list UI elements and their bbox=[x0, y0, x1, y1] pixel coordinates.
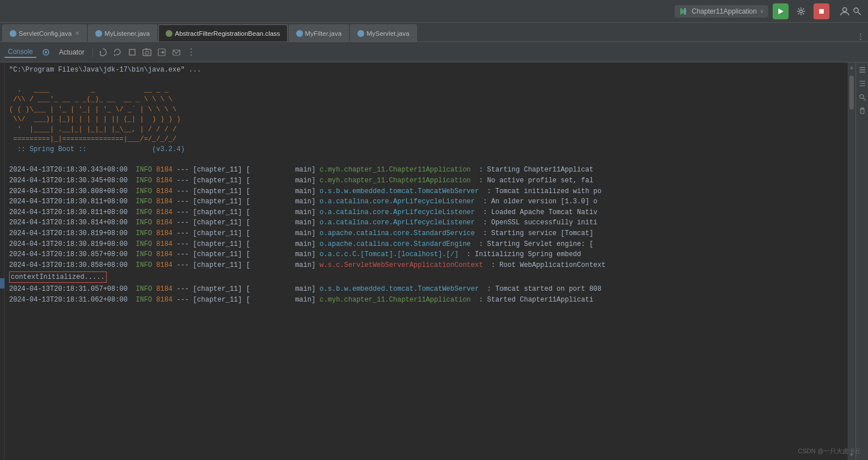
tab-myfilter-label: MyFilter.java bbox=[305, 30, 342, 37]
log-row: 2024-04-13T20:18:31.057+08:00 INFO 8184 … bbox=[9, 284, 843, 295]
log-row: 2024-04-13T20:18:30.808+08:00 INFO 8184 … bbox=[9, 186, 843, 197]
restart-icon[interactable] bbox=[98, 47, 108, 57]
gear-icon bbox=[797, 7, 806, 16]
log-entries-after: 2024-04-13T20:18:31.057+08:00 INFO 8184 … bbox=[9, 284, 843, 305]
tab-myfilter[interactable]: MyFilter.java bbox=[289, 24, 349, 41]
svg-marker-1 bbox=[778, 9, 783, 14]
svg-rect-36 bbox=[861, 109, 864, 114]
delete-icon bbox=[858, 107, 866, 115]
toolbar: Console Actuator bbox=[0, 42, 868, 62]
tab-abstractfilter-label: AbstractFilterRegistrationBean.class bbox=[175, 30, 280, 37]
restart-svg-icon bbox=[98, 48, 107, 57]
tab-servletconfig-close[interactable]: ✕ bbox=[75, 30, 79, 36]
reload-svg-icon bbox=[113, 48, 122, 57]
svg-point-16 bbox=[45, 51, 47, 53]
svg-line-10 bbox=[798, 13, 799, 14]
tab-mylistener[interactable]: MyListener.java bbox=[88, 24, 157, 41]
left-gutter bbox=[0, 62, 5, 460]
indent-icon bbox=[858, 80, 866, 87]
play-icon bbox=[777, 7, 785, 15]
mail-icon[interactable] bbox=[171, 47, 182, 57]
tab-abstractfilter[interactable]: AbstractFilterRegistrationBean.class bbox=[158, 24, 287, 41]
active-line-marker bbox=[0, 278, 5, 288]
console-content: "C:\Program Files\Java\jdk-17\bin\java.e… bbox=[5, 62, 848, 460]
watermark: CSDN @一只大皮卡丘 bbox=[798, 447, 861, 455]
actuator-tab[interactable]: Actuator bbox=[56, 47, 88, 57]
spring-boot-label: :: Spring Boot :: bbox=[9, 144, 152, 154]
right-btn-indent[interactable] bbox=[857, 78, 867, 89]
java-file-icon4 bbox=[357, 30, 364, 37]
user-area[interactable] bbox=[840, 6, 850, 16]
tab-myservlet[interactable]: MyServlet.java bbox=[350, 24, 416, 41]
top-bar: Chapter11Application ∨ bbox=[0, 0, 868, 23]
svg-marker-17 bbox=[99, 51, 101, 54]
reload-icon[interactable] bbox=[112, 47, 123, 57]
log-row: 2024-04-13T20:18:30.857+08:00 INFO 8184 … bbox=[9, 249, 843, 260]
highlighted-line-row: contextInitialized..... bbox=[9, 271, 843, 283]
search-icon bbox=[852, 6, 862, 16]
scrollbar-thumb[interactable] bbox=[849, 76, 854, 110]
right-btn-lines[interactable] bbox=[857, 65, 867, 75]
svg-point-12 bbox=[843, 7, 847, 11]
tab-mylistener-label: MyListener.java bbox=[104, 30, 150, 37]
command-line: "C:\Program Files\Java\jdk-17\bin\java.e… bbox=[9, 65, 843, 75]
log-row: 2024-04-13T20:18:30.345+08:00 INFO 8184 … bbox=[9, 175, 843, 186]
spring-ascii-art: . ____ _ __ _ _ /\\ / ___'_ __ _ _(_)_ _… bbox=[9, 85, 843, 144]
scrollbar[interactable]: ▲ ▼ bbox=[848, 62, 856, 460]
spring-boot-version: (v3.2.4) bbox=[152, 144, 185, 154]
actuator-icon bbox=[42, 48, 50, 56]
lines-icon bbox=[858, 66, 866, 74]
svg-rect-11 bbox=[819, 9, 824, 14]
java-file-icon bbox=[10, 30, 16, 37]
tabs-row: ServletConfig.java ✕ MyListener.java Abs… bbox=[0, 23, 868, 42]
svg-line-14 bbox=[858, 12, 861, 15]
svg-rect-22 bbox=[145, 48, 148, 49]
context-initialized-text: contextInitialized..... bbox=[9, 271, 107, 283]
export-svg-icon bbox=[157, 48, 166, 57]
stop-button[interactable] bbox=[814, 3, 829, 19]
svg-rect-0 bbox=[684, 8, 686, 15]
run-config[interactable]: Chapter11Application ∨ bbox=[675, 5, 768, 18]
stop-console-icon[interactable] bbox=[127, 47, 137, 57]
stop-icon bbox=[818, 8, 825, 15]
svg-line-7 bbox=[798, 8, 799, 9]
tabs-overflow-btn[interactable]: ⋮ bbox=[857, 32, 865, 41]
svg-point-21 bbox=[145, 51, 149, 55]
log-row: 2024-04-13T20:18:30.858+08:00 INFO 8184 … bbox=[9, 260, 843, 271]
svg-rect-19 bbox=[129, 49, 135, 55]
class-file-icon bbox=[166, 30, 172, 37]
settings-button[interactable] bbox=[793, 3, 809, 19]
log-row: 2024-04-13T20:18:30.811+08:00 INFO 8184 … bbox=[9, 207, 843, 218]
log-row: 2024-04-13T20:18:30.814+08:00 INFO 8184 … bbox=[9, 218, 843, 228]
java-file-icon3 bbox=[296, 30, 303, 37]
console-tab[interactable]: Console bbox=[5, 47, 36, 58]
right-btn-delete[interactable] bbox=[857, 106, 867, 116]
mail-svg-icon bbox=[172, 48, 181, 57]
svg-marker-25 bbox=[162, 51, 165, 54]
svg-marker-18 bbox=[114, 54, 116, 56]
more-icon[interactable]: ⋮ bbox=[186, 47, 196, 57]
scroll-up-btn[interactable]: ▲ bbox=[848, 64, 856, 72]
run-button[interactable] bbox=[773, 3, 789, 19]
svg-line-35 bbox=[863, 98, 866, 101]
log-row: 2024-04-13T20:18:31.062+08:00 INFO 8184 … bbox=[9, 295, 843, 306]
right-btn-search[interactable] bbox=[857, 92, 867, 102]
right-search-icon bbox=[858, 93, 866, 101]
screenshot-icon[interactable] bbox=[142, 47, 152, 57]
log-entries: 2024-04-13T20:18:30.343+08:00 INFO 8184 … bbox=[9, 165, 843, 270]
tab-myservlet-label: MyServlet.java bbox=[366, 30, 409, 37]
tab-servletconfig[interactable]: ServletConfig.java ✕ bbox=[2, 24, 87, 41]
svg-point-34 bbox=[859, 95, 863, 99]
run-config-icon bbox=[679, 7, 688, 16]
java-file-icon2 bbox=[95, 30, 102, 37]
stop-svg-icon bbox=[128, 48, 136, 56]
log-row: 2024-04-13T20:18:30.343+08:00 INFO 8184 … bbox=[9, 165, 843, 175]
right-toolbar bbox=[856, 62, 868, 460]
scrollbar-track[interactable] bbox=[849, 73, 854, 450]
export-icon[interactable] bbox=[157, 47, 167, 57]
top-bar-right bbox=[840, 6, 862, 16]
search-area[interactable] bbox=[852, 6, 862, 16]
svg-point-13 bbox=[854, 8, 858, 12]
console-area: "C:\Program Files\Java\jdk-17\bin\java.e… bbox=[0, 62, 868, 460]
camera-svg-icon bbox=[142, 48, 151, 57]
